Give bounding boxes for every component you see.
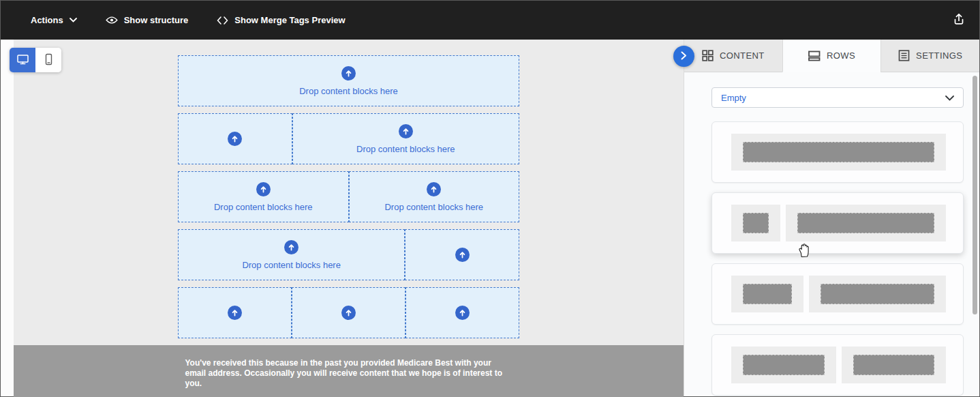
actions-label: Actions bbox=[31, 15, 63, 25]
tab-content-label: CONTENT bbox=[720, 50, 765, 61]
drop-zone[interactable] bbox=[178, 287, 292, 338]
email-row-1: Drop content blocks here bbox=[178, 55, 519, 106]
upload-icon bbox=[952, 12, 966, 28]
device-preview-toggle bbox=[10, 48, 61, 72]
email-editor-screen: Actions Show structure Show Merge Tags P… bbox=[0, 0, 980, 397]
drop-arrow-icon bbox=[455, 306, 470, 320]
mobile-view-button[interactable] bbox=[35, 48, 61, 72]
row-preset-33-67[interactable] bbox=[711, 263, 964, 325]
preset-column-block bbox=[731, 134, 946, 171]
preset-column-block bbox=[731, 205, 780, 241]
drop-zone-label: Drop content blocks here bbox=[356, 144, 455, 154]
email-row-4: Drop content blocks here bbox=[178, 229, 519, 280]
preset-content-bar bbox=[743, 213, 769, 233]
drop-zone-label: Drop content blocks here bbox=[242, 260, 341, 270]
drop-zone-label: Drop content blocks here bbox=[214, 202, 313, 212]
sidebar-scrollbar[interactable] bbox=[973, 76, 977, 314]
row-preset-25-75[interactable] bbox=[711, 192, 964, 254]
rows-icon bbox=[808, 50, 821, 61]
sidebar: CONTENT ROWS SETTINGS Empty bbox=[684, 40, 979, 396]
monitor-icon bbox=[16, 53, 29, 68]
drop-zone-label: Drop content blocks here bbox=[384, 202, 483, 212]
drop-arrow-icon bbox=[228, 132, 242, 146]
chevron-right-icon bbox=[681, 51, 687, 62]
drop-arrow-icon bbox=[284, 240, 298, 254]
drop-zone[interactable] bbox=[292, 287, 405, 338]
eye-icon bbox=[106, 16, 118, 25]
settings-doc-icon bbox=[898, 50, 910, 61]
show-structure-label: Show structure bbox=[124, 15, 189, 25]
drop-zone[interactable]: Drop content blocks here bbox=[178, 55, 519, 106]
email-row-3: Drop content blocks here Drop content bl… bbox=[178, 171, 519, 222]
preset-content-bar bbox=[853, 355, 935, 375]
editor-canvas: Drop content blocks here Drop content bl… bbox=[14, 40, 684, 396]
row-preset-one-column[interactable] bbox=[711, 121, 964, 183]
tab-content[interactable]: CONTENT bbox=[684, 40, 782, 72]
row-category-value: Empty bbox=[721, 93, 746, 103]
code-brackets-icon bbox=[217, 16, 228, 25]
drop-arrow-icon bbox=[341, 66, 356, 80]
drop-zone[interactable] bbox=[178, 113, 292, 164]
email-row-5 bbox=[178, 287, 519, 338]
drop-zone[interactable]: Drop content blocks here bbox=[349, 171, 520, 222]
drop-zone[interactable]: Drop content blocks here bbox=[292, 113, 519, 164]
drop-zone[interactable] bbox=[405, 229, 519, 280]
smartphone-icon bbox=[42, 53, 55, 68]
preset-content-bar bbox=[821, 284, 934, 304]
topbar: Actions Show structure Show Merge Tags P… bbox=[1, 1, 979, 40]
grid-icon bbox=[702, 50, 714, 61]
row-preset-50-50[interactable] bbox=[711, 334, 964, 396]
email-row-2: Drop content blocks here bbox=[178, 113, 519, 164]
email-body: Drop content blocks here Drop content bl… bbox=[178, 55, 519, 338]
preset-content-bar bbox=[743, 355, 825, 375]
drop-arrow-icon bbox=[341, 306, 356, 320]
tab-settings-label: SETTINGS bbox=[916, 50, 962, 61]
preset-column-block bbox=[809, 276, 946, 312]
rows-panel: Empty bbox=[684, 72, 979, 396]
drop-arrow-icon bbox=[399, 124, 413, 138]
drop-arrow-icon bbox=[427, 182, 441, 196]
show-merge-tags-label: Show Merge Tags Preview bbox=[234, 15, 345, 25]
drop-zone[interactable]: Drop content blocks here bbox=[178, 229, 405, 280]
show-merge-tags-button[interactable]: Show Merge Tags Preview bbox=[217, 15, 345, 25]
footer-text: You've received this because in the past… bbox=[185, 345, 512, 389]
actions-menu[interactable]: Actions bbox=[31, 15, 77, 25]
chevron-down-icon bbox=[70, 18, 77, 23]
row-category-dropdown[interactable]: Empty bbox=[711, 87, 964, 108]
drop-zone-label: Drop content blocks here bbox=[299, 86, 398, 96]
desktop-view-button[interactable] bbox=[10, 48, 35, 72]
drop-arrow-icon bbox=[256, 182, 271, 196]
main-area: Drop content blocks here Drop content bl… bbox=[1, 40, 979, 396]
preset-content-bar bbox=[797, 213, 934, 233]
export-button[interactable] bbox=[952, 12, 966, 28]
preset-column-block bbox=[842, 347, 947, 383]
tab-settings[interactable]: SETTINGS bbox=[881, 40, 979, 72]
drop-arrow-icon bbox=[455, 248, 470, 262]
preset-content-bar bbox=[743, 284, 792, 304]
tab-rows-label: ROWS bbox=[827, 50, 855, 61]
preset-content-bar bbox=[743, 142, 934, 162]
show-structure-button[interactable]: Show structure bbox=[106, 15, 189, 25]
preset-column-block bbox=[731, 347, 836, 383]
collapse-sidebar-button[interactable] bbox=[673, 46, 694, 67]
tab-rows[interactable]: ROWS bbox=[782, 40, 881, 72]
drop-zone[interactable]: Drop content blocks here bbox=[178, 171, 349, 222]
drop-zone[interactable] bbox=[405, 287, 519, 338]
sidebar-tabs: CONTENT ROWS SETTINGS bbox=[684, 40, 979, 72]
drop-arrow-icon bbox=[228, 306, 242, 320]
left-gutter bbox=[1, 40, 14, 396]
chevron-down-icon bbox=[945, 91, 954, 104]
preset-column-block bbox=[731, 276, 803, 312]
preset-column-block bbox=[786, 205, 946, 241]
email-footer-row[interactable]: You've received this because in the past… bbox=[14, 345, 684, 397]
